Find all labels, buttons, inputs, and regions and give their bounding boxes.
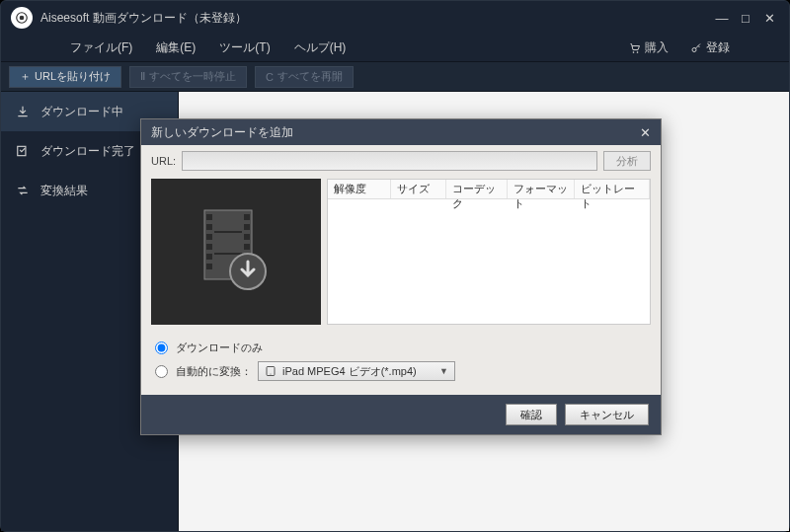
label-auto-convert: 自動的に変換： (176, 364, 252, 379)
dialog-close-button[interactable]: ✕ (640, 125, 651, 140)
format-table: 解像度 サイズ コーデック フォーマット ビットレート (327, 179, 651, 325)
film-download-icon (187, 202, 285, 301)
analyze-button[interactable]: 分析 (603, 151, 651, 171)
svg-point-4 (692, 47, 696, 51)
close-button[interactable]: ✕ (759, 11, 779, 26)
svg-point-3 (637, 51, 638, 52)
paste-url-label: URLを貼り付け (35, 69, 111, 84)
menu-tools[interactable]: ツール(T) (219, 39, 270, 56)
dialog-footer: 確認 キャンセル (141, 395, 661, 434)
option-download-only-row: ダウンロードのみ (155, 341, 647, 355)
col-resolution: 解像度 (328, 180, 391, 198)
menu-file[interactable]: ファイル(F) (70, 39, 132, 56)
label-download-only: ダウンロードのみ (176, 341, 263, 355)
format-selected-label: iPad MPEG4 ビデオ(*.mp4) (282, 364, 417, 379)
maximize-button[interactable]: □ (736, 11, 755, 26)
paste-url-button[interactable]: ＋ URLを貼り付け (9, 66, 121, 88)
svg-rect-16 (244, 244, 250, 250)
url-row: URL: 分析 (141, 145, 661, 177)
device-icon (265, 365, 276, 377)
pause-all-button[interactable]: Ⅱ すべてを一時停止 (129, 66, 247, 88)
col-bitrate: ビットレート (575, 180, 650, 198)
buy-link[interactable]: 購入 (629, 39, 669, 56)
minimize-button[interactable]: ― (712, 11, 732, 26)
svg-point-2 (633, 51, 634, 52)
register-link[interactable]: 登録 (690, 39, 730, 56)
menubar: ファイル(F) 編集(E) ツール(T) ヘルプ(H) 購入 登録 (1, 35, 789, 62)
menu-help[interactable]: ヘルプ(H) (294, 39, 347, 56)
cancel-button[interactable]: キャンセル (565, 404, 649, 425)
sidebar-completed-label: ダウンロード完了 (40, 143, 135, 160)
check-list-icon (15, 143, 31, 159)
titlebar: Aiseesoft 動画ダウンロード（未登録） ― □ ✕ (1, 1, 789, 35)
svg-rect-13 (244, 214, 250, 220)
dialog-title: 新しいダウンロードを追加 (151, 124, 640, 141)
format-select[interactable]: iPad MPEG4 ビデオ(*.mp4) ▼ (258, 361, 455, 381)
svg-rect-10 (206, 244, 212, 250)
radio-download-only[interactable] (155, 342, 168, 354)
svg-rect-8 (206, 224, 212, 230)
ok-button[interactable]: 確認 (506, 404, 557, 425)
sidebar-downloading-label: ダウンロード中 (40, 104, 123, 120)
pause-all-label: すべてを一時停止 (149, 69, 236, 84)
svg-rect-14 (244, 224, 250, 230)
url-input[interactable] (182, 151, 597, 171)
col-codec: コーデック (446, 180, 508, 198)
resume-all-label: すべてを再開 (277, 69, 343, 84)
key-icon (690, 42, 702, 54)
svg-rect-11 (206, 254, 212, 260)
svg-point-1 (20, 16, 24, 20)
option-auto-convert-row: 自動的に変換： iPad MPEG4 ビデオ(*.mp4) ▼ (155, 361, 647, 381)
app-logo-icon (11, 7, 33, 29)
menu-edit[interactable]: 編集(E) (156, 39, 196, 56)
options-panel: ダウンロードのみ 自動的に変換： iPad MPEG4 ビデオ(*.mp4) ▼ (141, 333, 661, 395)
video-preview (151, 179, 321, 325)
svg-rect-7 (206, 214, 212, 220)
register-label: 登録 (706, 39, 730, 56)
radio-auto-convert[interactable] (155, 365, 168, 378)
add-download-dialog: 新しいダウンロードを追加 ✕ URL: 分析 解像度 (140, 118, 662, 435)
chevron-down-icon: ▼ (439, 366, 448, 376)
col-format: フォーマット (508, 180, 575, 198)
dialog-titlebar: 新しいダウンロードを追加 ✕ (141, 119, 661, 145)
svg-point-23 (271, 374, 272, 375)
toolbar: ＋ URLを貼り付け Ⅱ すべてを一時停止 C すべてを再開 (1, 62, 789, 92)
pause-icon: Ⅱ (140, 70, 145, 83)
plus-icon: ＋ (20, 69, 31, 84)
refresh-icon: C (266, 71, 274, 83)
cart-icon (629, 42, 641, 54)
svg-rect-12 (206, 264, 212, 269)
buy-label: 購入 (645, 39, 669, 56)
resume-all-button[interactable]: C すべてを再開 (255, 66, 354, 88)
sidebar-convert-label: 変換結果 (40, 183, 88, 199)
svg-rect-9 (206, 234, 212, 240)
url-label: URL: (151, 155, 176, 167)
svg-rect-15 (244, 234, 250, 240)
window-title: Aiseesoft 動画ダウンロード（未登録） (40, 10, 708, 27)
download-icon (15, 104, 31, 119)
col-size: サイズ (391, 180, 446, 198)
table-header: 解像度 サイズ コーデック フォーマット ビットレート (328, 180, 650, 199)
convert-icon (15, 183, 31, 198)
dialog-main: 解像度 サイズ コーデック フォーマット ビットレート (141, 177, 661, 333)
